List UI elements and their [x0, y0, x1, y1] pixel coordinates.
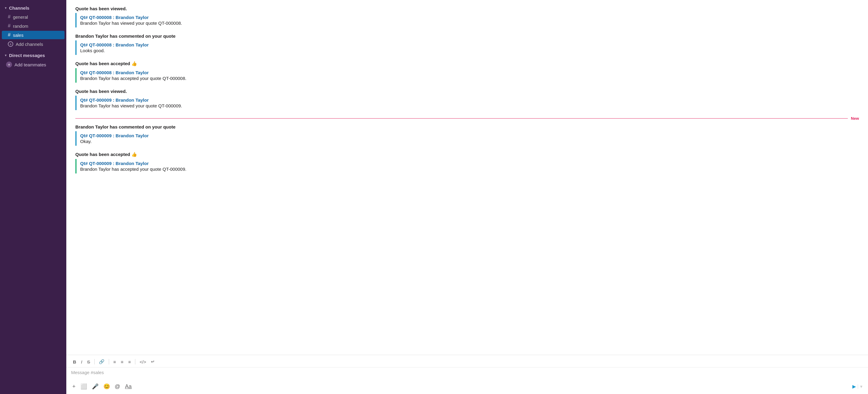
quote-text-2: Looks good. [80, 48, 855, 53]
quote-link-1[interactable]: Qt# QT-000008 : Brandon Taylor [80, 15, 855, 20]
sidebar-item-label-sales: sales [13, 33, 24, 38]
send-area[interactable]: ► ▼ [851, 383, 863, 390]
quote-card-1: Qt# QT-000008 : Brandon Taylor Brandon T… [75, 13, 859, 27]
message-label-3: Quote has been accepted 👍 [75, 61, 859, 66]
quote-card-3: Qt# QT-000008 : Brandon Taylor Brandon T… [75, 68, 859, 83]
quote-card-2: Qt# QT-000008 : Brandon Taylor Looks goo… [75, 40, 859, 55]
quote-link-5[interactable]: Qt# QT-000009 : Brandon Taylor [80, 133, 855, 138]
attach-button[interactable]: + [71, 382, 77, 391]
image-button[interactable]: ⬜ [79, 382, 88, 391]
message-label-4: Quote has been viewed. [75, 89, 859, 94]
quote-text-1: Brandon Taylor has viewed your quote QT-… [80, 21, 855, 26]
sidebar-item-label-random: random [13, 24, 28, 29]
new-divider-label: New [851, 116, 859, 121]
sidebar-item-general[interactable]: # general [2, 13, 64, 21]
dm-section-label: Direct messages [9, 53, 45, 58]
strikethrough-button[interactable]: S [85, 358, 92, 365]
microphone-button[interactable]: 🎤 [91, 382, 100, 391]
channels-section-header[interactable]: ▼ Channels [0, 4, 66, 12]
link-button[interactable]: 🔗 [97, 358, 106, 365]
message-label-1: Quote has been viewed. [75, 6, 859, 11]
add-teammates-label: Add teammates [14, 62, 46, 67]
message-label-2: Brandon Taylor has commented on your quo… [75, 33, 859, 38]
channels-label: Channels [9, 5, 30, 10]
composer-toolbar: B I S 🔗 ≡ ≡ ≡ </> ↵ [66, 355, 868, 367]
quote-link-3[interactable]: Qt# QT-000008 : Brandon Taylor [80, 70, 855, 75]
channels-chevron-icon: ▼ [4, 6, 7, 10]
hash-icon-random: # [8, 23, 10, 29]
message-label-5: Brandon Taylor has commented on your quo… [75, 124, 859, 130]
sidebar-item-sales[interactable]: # sales [2, 31, 64, 39]
chat-area: Quote has been viewed. Qt# QT-000008 : B… [66, 0, 868, 355]
quote-link-2[interactable]: Qt# QT-000008 : Brandon Taylor [80, 42, 855, 47]
add-channels-item[interactable]: + Add channels [2, 40, 64, 48]
mention-button[interactable]: @ [114, 382, 121, 391]
message-group-3: Quote has been accepted 👍 Qt# QT-000008 … [75, 61, 859, 83]
undo-button[interactable]: ↵ [149, 358, 157, 365]
new-messages-divider: New [75, 116, 859, 121]
message-group-2: Brandon Taylor has commented on your quo… [75, 33, 859, 55]
message-group-4: Quote has been viewed. Qt# QT-000009 : B… [75, 89, 859, 110]
message-group-5: Brandon Taylor has commented on your quo… [75, 124, 859, 146]
message-group-1: Quote has been viewed. Qt# QT-000008 : B… [75, 6, 859, 27]
ordered-list-button[interactable]: ≡ [112, 358, 118, 365]
italic-button[interactable]: I [79, 358, 84, 365]
composer-input[interactable]: Message #sales [66, 367, 868, 381]
emoji-button[interactable]: 😊 [102, 382, 111, 391]
quote-link-6[interactable]: Qt# QT-000009 : Brandon Taylor [80, 161, 855, 166]
composer: B I S 🔗 ≡ ≡ ≡ </> ↵ Message #sales + ⬜ 🎤… [66, 355, 868, 394]
quote-text-3: Brandon Taylor has accepted your quote Q… [80, 76, 855, 81]
sidebar-item-random[interactable]: # random [2, 22, 64, 30]
add-channels-label: Add channels [16, 41, 43, 47]
hash-icon-general: # [8, 14, 10, 20]
sidebar-item-label-general: general [13, 15, 28, 20]
send-caret-icon[interactable]: ▼ [858, 384, 863, 389]
add-teammates-icon: + [6, 61, 12, 67]
toolbar-divider-2 [109, 359, 109, 364]
quote-text-6: Brandon Taylor has accepted your quote Q… [80, 167, 855, 172]
composer-bottom-toolbar: + ⬜ 🎤 😊 @ Aa ► ▼ [66, 381, 868, 394]
composer-placeholder: Message #sales [71, 370, 104, 375]
dm-chevron-icon: ▼ [4, 54, 7, 57]
add-channels-icon: + [8, 41, 13, 47]
indent-button[interactable]: ≡ [127, 358, 133, 365]
hash-icon-sales: # [8, 32, 10, 38]
toolbar-divider-1 [94, 359, 95, 364]
format-button[interactable]: Aa [124, 382, 133, 391]
message-label-6: Quote has been accepted 👍 [75, 152, 859, 157]
quote-card-5: Qt# QT-000009 : Brandon Taylor Okay. [75, 131, 859, 146]
add-teammates-item[interactable]: + Add teammates [0, 60, 66, 69]
direct-messages-section: ▼ Direct messages + Add teammates [0, 51, 66, 69]
quote-card-4: Qt# QT-000009 : Brandon Taylor Brandon T… [75, 96, 859, 110]
send-icon: ► [851, 383, 857, 390]
quote-link-4[interactable]: Qt# QT-000009 : Brandon Taylor [80, 97, 855, 103]
unordered-list-button[interactable]: ≡ [119, 358, 125, 365]
sidebar: ▼ Channels # general # random # sales + … [0, 0, 66, 394]
dm-section-header[interactable]: ▼ Direct messages [0, 51, 66, 60]
bold-button[interactable]: B [71, 358, 78, 365]
message-group-6: Quote has been accepted 👍 Qt# QT-000009 … [75, 152, 859, 173]
code-button[interactable]: </> [138, 358, 148, 365]
toolbar-divider-3 [135, 359, 135, 364]
quote-text-4: Brandon Taylor has viewed your quote QT-… [80, 103, 855, 108]
quote-card-6: Qt# QT-000009 : Brandon Taylor Brandon T… [75, 159, 859, 173]
main-chat: Quote has been viewed. Qt# QT-000008 : B… [66, 0, 868, 394]
quote-text-5: Okay. [80, 139, 855, 144]
